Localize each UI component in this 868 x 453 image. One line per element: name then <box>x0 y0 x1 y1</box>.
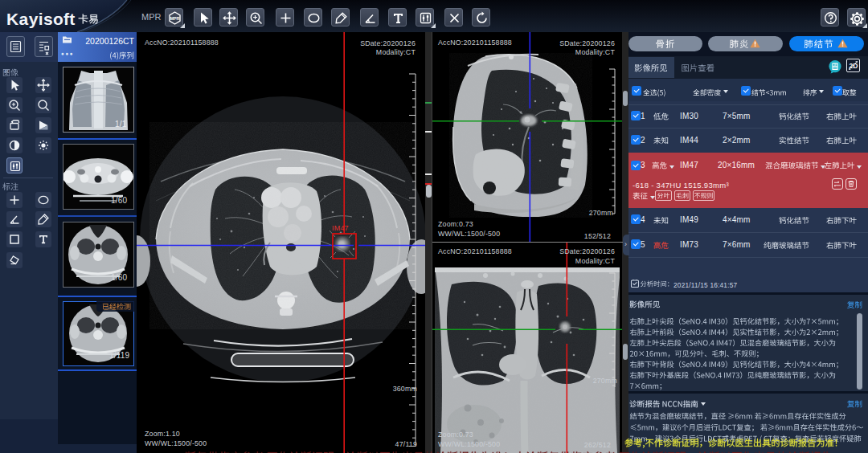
svg-text:MPR: MPR <box>170 16 180 21</box>
svg-text:2D: 2D <box>850 62 858 70</box>
